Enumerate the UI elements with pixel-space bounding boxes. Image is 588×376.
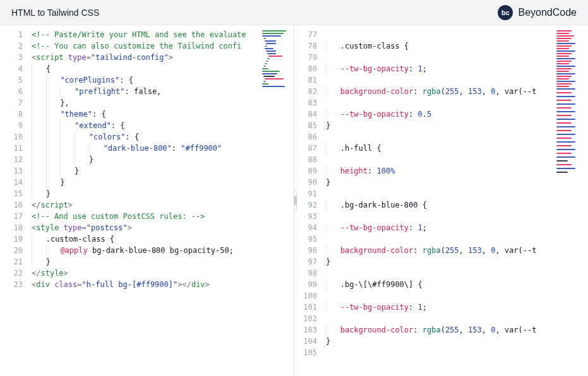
code-editor-output[interactable]: .custom-class { --tw-bg-opacity: 1; back… (321, 25, 588, 376)
pane-splitter[interactable] (294, 191, 297, 211)
page-title: HTML to Tailwind CSS (11, 8, 99, 18)
editor-panes: 1234567891011121314151617181920212223 <!… (0, 25, 588, 376)
input-pane: 1234567891011121314151617181920212223 <!… (0, 25, 294, 376)
line-gutter-right: 7778798081828384858687888990919293949596… (294, 25, 321, 376)
header: HTML to Tailwind CSS bc BeyondCode (0, 0, 588, 25)
brand-logo-icon: bc (498, 5, 513, 20)
brand[interactable]: bc BeyondCode (498, 5, 577, 20)
brand-name: BeyondCode (518, 7, 577, 18)
code-editor-input[interactable]: <!-- Paste/Write your HTML and see the e… (27, 25, 294, 376)
line-gutter-left: 1234567891011121314151617181920212223 (0, 25, 27, 376)
output-pane: 7778798081828384858687888990919293949596… (294, 25, 588, 376)
